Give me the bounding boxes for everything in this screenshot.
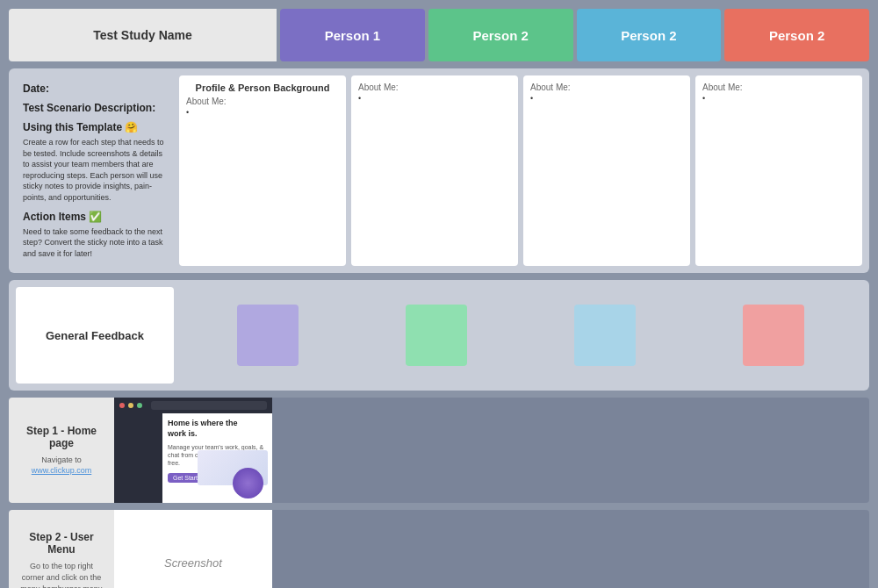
person-2-blue-header: Person 2 xyxy=(577,9,722,61)
sticky-pink xyxy=(743,305,804,366)
person-1-label: Person 1 xyxy=(325,28,380,43)
step-2-section: Step 2 - User Menu Go to the top right c… xyxy=(9,510,869,588)
expand-dot xyxy=(137,403,142,408)
about-card-3: About Me: • xyxy=(695,75,862,266)
step-1-title: Step 1 - Home page xyxy=(18,425,105,449)
using-label: Using this Template 🤗 xyxy=(23,121,167,133)
using-text: Create a row for each step that needs to… xyxy=(23,137,167,204)
scenario-label: Test Scenario Description: xyxy=(23,102,167,114)
about-me-text-1: • xyxy=(358,94,511,103)
step-2-screenshot: Screenshot xyxy=(114,510,272,588)
sticky-purple xyxy=(237,305,299,366)
action-label: Action Items ✅ xyxy=(23,211,167,223)
header-row: Test Study Name Person 1 Person 2 Person… xyxy=(9,9,869,61)
step-1-responses xyxy=(272,398,869,503)
person-2-green-label: Person 2 xyxy=(472,28,528,43)
profile-card: Profile & Person Background About Me: • xyxy=(179,75,346,266)
url-bar xyxy=(151,401,267,410)
feedback-label: General Feedback xyxy=(16,287,174,384)
person-2-green-header: Person 2 xyxy=(428,9,573,61)
person-2-red-label: Person 2 xyxy=(769,28,824,43)
clickup-topbar xyxy=(114,398,272,413)
clickup-hero-heading: Home is where thework is. xyxy=(168,419,267,439)
about-me-text-2: • xyxy=(530,94,683,103)
title-text: Test Study Name xyxy=(93,28,192,42)
step-1-screenshot: Home is where thework is. Manage your te… xyxy=(114,398,272,503)
about-me-text-0: • xyxy=(186,108,339,117)
date-label: Date: xyxy=(23,82,167,95)
step-1-info: Step 1 - Home page Navigate to www.click… xyxy=(9,398,114,503)
about-cards: Profile & Person Background About Me: • … xyxy=(179,75,862,266)
step-1-section: Step 1 - Home page Navigate to www.click… xyxy=(9,398,869,503)
action-text: Need to take some feedback to the next s… xyxy=(23,226,167,260)
step-2-responses xyxy=(272,510,869,588)
about-me-text-3: • xyxy=(702,94,855,103)
person-2-blue-label: Person 2 xyxy=(621,28,676,43)
about-left-panel: Date: Test Scenario Description: Using t… xyxy=(16,75,174,266)
clickup-sidebar xyxy=(114,413,162,503)
about-me-label-2: About Me: xyxy=(530,82,683,92)
sticky-green xyxy=(406,305,467,366)
step-1-desc: Navigate to www.clickup.com xyxy=(18,455,105,477)
main-container: Test Study Name Person 1 Person 2 Person… xyxy=(9,9,869,588)
close-dot xyxy=(119,403,125,408)
sticky-lightblue xyxy=(574,305,636,366)
step-2-info: Step 2 - User Menu Go to the top right c… xyxy=(9,510,114,588)
person-2-red-header: Person 2 xyxy=(724,9,869,61)
study-title: Test Study Name xyxy=(9,9,277,61)
about-card-1: About Me: • xyxy=(351,75,518,266)
about-me-label-0: About Me: xyxy=(186,97,339,106)
about-me-label-1: About Me: xyxy=(358,82,511,92)
minimize-dot xyxy=(128,403,133,408)
clickup-body: Home is where thework is. Manage your te… xyxy=(114,413,272,503)
feedback-section: General Feedback xyxy=(9,280,869,391)
clickup-content: Home is where thework is. Manage your te… xyxy=(162,413,272,503)
about-section: Date: Test Scenario Description: Using t… xyxy=(9,68,869,273)
person-1-header: Person 1 xyxy=(280,9,425,61)
about-card-2: About Me: • xyxy=(523,75,690,266)
step-2-desc: Go to the top right corner and click on … xyxy=(18,561,105,588)
step-2-title: Step 2 - User Menu xyxy=(18,531,105,556)
feedback-stickies xyxy=(179,287,862,384)
clickup-circle-decoration xyxy=(233,468,263,498)
profile-header: Profile & Person Background xyxy=(186,82,339,93)
clickup-mockup: Home is where thework is. Manage your te… xyxy=(114,398,272,503)
about-me-label-3: About Me: xyxy=(702,82,855,92)
step-1-link[interactable]: www.clickup.com xyxy=(32,466,92,475)
step-2-screenshot-label: Screenshot xyxy=(164,556,222,570)
feedback-text: General Feedback xyxy=(46,329,144,342)
